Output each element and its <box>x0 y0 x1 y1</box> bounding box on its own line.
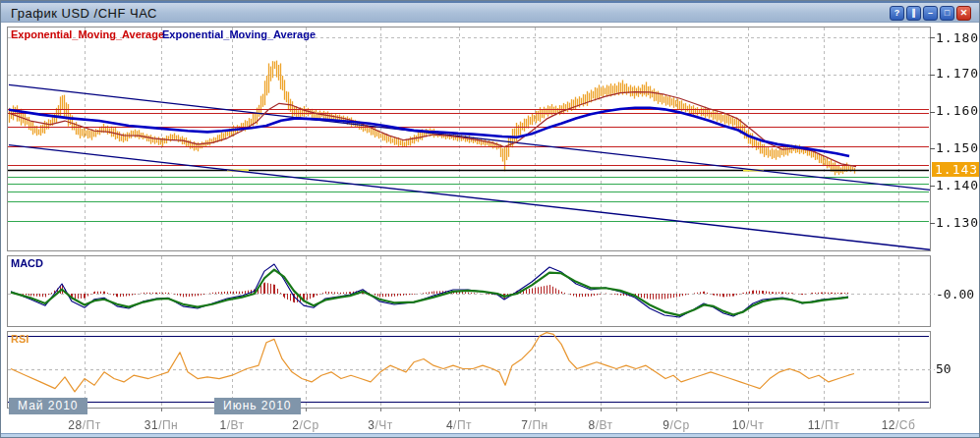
chart-window: График USD /CHF ЧАС ? ∥ – □ ✕ Exponentia… <box>0 0 980 438</box>
date-tick-label: 7/Пн <box>521 418 548 432</box>
chart-canvas[interactable] <box>1 23 980 438</box>
ema-red-label: Exponential_Moving_Average <box>11 28 164 40</box>
rsi-mid-label: 50 <box>936 361 951 376</box>
window-title: График USD /CHF ЧАС <box>11 6 157 21</box>
date-tick-label: 4/Пт <box>446 418 472 432</box>
date-tick-label: 31/Пн <box>144 418 178 432</box>
help-button[interactable]: ? <box>890 6 904 21</box>
date-tick-label: 8/Вт <box>588 418 612 432</box>
window-buttons: ? ∥ – □ ✕ <box>890 6 971 21</box>
y-axis-label: 1.1400 <box>936 178 980 192</box>
y-axis-label: 1.1500 <box>936 140 980 155</box>
window-bottom-edge <box>1 433 980 437</box>
close-button[interactable]: ✕ <box>956 6 971 21</box>
date-tick-label: 10/Чт <box>732 418 765 432</box>
title-bar[interactable]: График USD /CHF ЧАС ? ∥ – □ ✕ <box>1 1 980 23</box>
date-tick-label: 1/Вт <box>219 418 244 432</box>
date-tick-label: 9/Ср <box>663 418 689 432</box>
minimize-button[interactable]: – <box>923 6 938 21</box>
maximize-button[interactable]: □ <box>940 6 954 21</box>
current-price-tag: 1.1436 <box>932 162 980 177</box>
macd-value-label: -0.00 <box>936 287 974 301</box>
date-tick-label: 11/Пт <box>808 418 839 432</box>
pause-button[interactable]: ∥ <box>906 6 921 21</box>
date-tick-label: 2/Ср <box>292 418 318 432</box>
ema-blue-label: Exponential_Moving_Average <box>162 28 316 40</box>
date-tick-label: 28/Пт <box>68 418 100 432</box>
y-axis-label: 1.1600 <box>936 103 980 118</box>
date-tick-label: 3/Чт <box>368 418 393 432</box>
month-label-june: Июнь 2010 <box>214 398 301 414</box>
date-tick-label: 12/Сб <box>882 418 916 432</box>
rsi-indicator-label: RSI <box>11 333 29 345</box>
y-axis-label: 1.1800 <box>936 30 980 45</box>
y-axis-label: 1.1700 <box>936 66 980 81</box>
month-label-may: Май 2010 <box>9 398 87 414</box>
macd-indicator-label: MACD <box>11 257 43 269</box>
y-axis-label: 1.1300 <box>936 215 980 230</box>
